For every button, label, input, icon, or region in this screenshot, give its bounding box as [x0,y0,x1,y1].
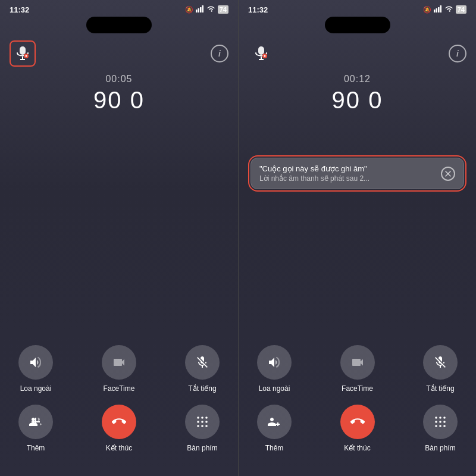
svg-rect-4 [20,46,26,55]
mute-btn-2[interactable]: Tắt tiếng [416,345,464,393]
svg-point-14 [201,421,203,423]
add-btn-1[interactable]: Thêm [12,405,60,452]
svg-point-8 [26,55,27,57]
call-timer-2: 00:12 90 0 [239,74,476,114]
signal-icon-2 [434,5,442,14]
speaker-label-2: Loa ngoài [259,384,290,393]
notification-container: "Cuộc gọi này sẽ được ghi âm" Lời nhắc â… [248,155,466,192]
controls-row2-2: Thêm Kết thúc [250,405,464,452]
status-icons-1: 🔕 74 [185,5,228,14]
svg-point-17 [201,425,203,427]
svg-point-15 [205,421,208,423]
svg-point-37 [439,425,441,427]
bell-muted-icon: 🔕 [185,6,193,14]
svg-point-38 [443,425,446,427]
caller-name-1: 90 0 [0,87,238,114]
voice-memo-icon[interactable] [10,40,36,67]
svg-point-13 [197,421,199,423]
add-circle-1 [18,405,53,439]
svg-point-34 [439,421,441,423]
svg-point-12 [205,416,208,419]
call-controls-1: Loa ngoài FaceTime Tắt tiếng [0,345,238,476]
call-timer-1: 00:05 90 0 [0,74,238,114]
keypad-label-2: Bàn phím [425,444,455,452]
keypad-circle-1 [185,405,220,439]
mute-btn-1[interactable]: Tắt tiếng [178,345,226,393]
facetime-btn-2[interactable]: FaceTime [334,345,381,393]
mute-circle-1 [185,345,220,380]
dynamic-island-1 [86,17,152,33]
end-call-circle-1 [102,405,136,439]
svg-rect-22 [440,5,441,12]
svg-point-18 [205,425,208,427]
notification-subtitle: Lời nhắc âm thanh sẽ phát sau 2... [259,174,435,183]
wifi-icon-2 [444,5,453,14]
facetime-label-1: FaceTime [104,384,135,393]
facetime-btn-1[interactable]: FaceTime [95,345,143,393]
svg-rect-0 [196,10,198,12]
svg-rect-3 [202,5,203,12]
svg-point-11 [201,416,203,419]
svg-rect-1 [198,8,199,12]
controls-row1-2: Loa ngoài FaceTime Tắt tiếng [250,345,464,393]
svg-point-33 [435,421,437,423]
controls-row2-1: Thêm Kết thúc [12,405,226,452]
svg-point-10 [197,416,199,419]
add-label-2: Thêm [265,444,284,452]
svg-point-35 [443,421,446,423]
add-circle-2 [257,405,292,439]
svg-rect-23 [258,46,264,55]
add-btn-2[interactable]: Thêm [250,405,298,452]
status-time-2: 11:32 [248,5,268,14]
dynamic-island-2 [325,17,390,33]
end-call-btn-1[interactable]: Kết thúc [95,405,143,452]
controls-row1-1: Loa ngoài FaceTime Tắt tiếng [12,345,226,393]
end-call-btn-2[interactable]: Kết thúc [334,405,381,452]
bell-muted-icon-2: 🔕 [423,6,431,14]
svg-rect-21 [438,7,440,12]
status-time-1: 11:32 [10,5,29,14]
voice-icon-2 [248,40,274,67]
keypad-circle-2 [423,405,458,439]
top-icons-2: i [239,38,476,69]
notification-text: "Cuộc gọi này sẽ được ghi âm" Lời nhắc â… [259,164,435,183]
svg-rect-2 [200,7,202,12]
speaker-circle-2 [257,345,292,380]
end-label-1: Kết thúc [106,444,132,452]
battery-icon-2: 74 [456,5,466,14]
svg-point-30 [435,416,437,419]
info-icon-2[interactable]: i [449,45,466,62]
status-icons-2: 🔕 74 [423,5,466,14]
speaker-btn-2[interactable]: Loa ngoài [250,345,298,393]
caller-name-2: 90 0 [239,87,476,114]
wifi-icon [206,5,215,14]
status-bar-2: 11:32 🔕 74 [239,0,476,17]
signal-icon [196,5,204,14]
notification-title: "Cuộc gọi này sẽ được ghi âm" [259,164,435,173]
notification-banner: "Cuộc gọi này sẽ được ghi âm" Lời nhắc â… [250,158,464,189]
mute-circle-2 [423,345,458,380]
keypad-btn-1[interactable]: Bàn phím [178,405,226,452]
speaker-label-1: Loa ngoài [20,384,52,393]
facetime-circle-1 [102,345,136,380]
svg-point-27 [264,55,266,57]
status-bar-1: 11:32 🔕 74 [0,0,238,17]
mute-label-2: Tắt tiếng [426,384,454,393]
svg-point-16 [197,425,199,427]
speaker-btn-1[interactable]: Loa ngoài [12,345,60,393]
info-icon-1[interactable]: i [211,45,228,62]
speaker-circle-1 [18,345,53,380]
svg-rect-20 [436,8,437,12]
keypad-btn-2[interactable]: Bàn phím [416,405,464,452]
svg-point-31 [439,416,441,419]
svg-point-32 [443,416,446,419]
call-duration-2: 00:12 [239,74,476,84]
call-controls-2: Loa ngoài FaceTime Tắt tiếng [239,345,476,476]
phone-screen-2: 11:32 🔕 74 [238,0,476,476]
end-call-circle-2 [340,405,375,439]
top-icons-1: i [0,38,238,69]
notification-close-btn[interactable] [441,167,455,181]
call-duration-1: 00:05 [0,74,238,84]
mute-label-1: Tắt tiếng [188,384,216,393]
svg-point-36 [435,425,437,427]
